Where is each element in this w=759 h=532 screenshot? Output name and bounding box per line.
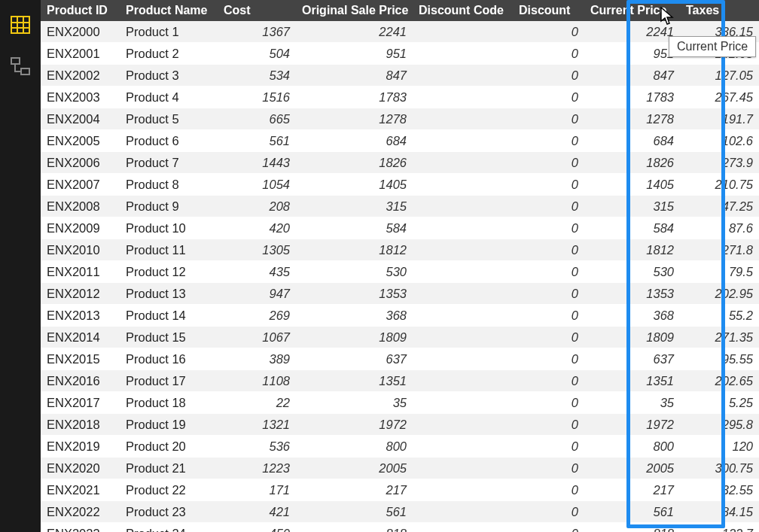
model-view-button[interactable]	[6, 53, 35, 81]
cell-cost[interactable]: 1054	[218, 174, 296, 196]
cell-taxes[interactable]: 120	[680, 436, 759, 458]
cell-cost[interactable]: 504	[218, 43, 296, 65]
cell-current-price[interactable]: 368	[584, 305, 680, 327]
cell-product-id[interactable]: ENX2012	[41, 283, 120, 305]
cell-product-name[interactable]: Product 7	[120, 152, 218, 174]
col-header-product-name[interactable]: Product Name	[120, 0, 218, 21]
cell-taxes[interactable]: 267.45	[680, 87, 759, 108]
cell-cost[interactable]: 536	[218, 436, 296, 458]
cell-discount-code[interactable]	[413, 327, 513, 348]
table-row[interactable]: ENX2004Product 5665127801278191.7	[41, 108, 759, 130]
cell-original-sale-price[interactable]: 818	[296, 523, 413, 533]
cell-current-price[interactable]: 1351	[584, 370, 680, 392]
cell-cost[interactable]: 450	[218, 523, 296, 533]
cell-product-name[interactable]: Product 13	[120, 283, 218, 305]
cell-product-id[interactable]: ENX2015	[41, 348, 120, 370]
cell-discount-code[interactable]	[413, 458, 513, 479]
cell-product-id[interactable]: ENX2021	[41, 479, 120, 501]
cell-product-id[interactable]: ENX2006	[41, 152, 120, 174]
cell-cost[interactable]: 421	[218, 501, 296, 523]
cell-taxes[interactable]: 32.55	[680, 479, 759, 501]
table-row[interactable]: ENX2000Product 11367224102241336.15	[41, 21, 759, 43]
cell-taxes[interactable]: 202.95	[680, 283, 759, 305]
cell-current-price[interactable]: 217	[584, 479, 680, 501]
table-row[interactable]: ENX2017Product 1822350355.25	[41, 392, 759, 414]
cell-original-sale-price[interactable]: 1809	[296, 327, 413, 348]
cell-current-price[interactable]: 530	[584, 261, 680, 283]
cell-product-id[interactable]: ENX2004	[41, 108, 120, 130]
cell-taxes[interactable]: 127.05	[680, 65, 759, 87]
cell-original-sale-price[interactable]: 637	[296, 348, 413, 370]
cell-cost[interactable]: 1108	[218, 370, 296, 392]
table-row[interactable]: ENX2014Product 151067180901809271.35	[41, 327, 759, 348]
cell-product-id[interactable]: ENX2013	[41, 305, 120, 327]
cell-product-name[interactable]: Product 11	[120, 239, 218, 261]
cell-product-name[interactable]: Product 19	[120, 414, 218, 436]
cell-current-price[interactable]: 2241	[584, 21, 680, 43]
cell-discount[interactable]: 0	[513, 370, 584, 392]
cell-cost[interactable]: 1305	[218, 239, 296, 261]
table-row[interactable]: ENX2006Product 71443182601826273.9	[41, 152, 759, 174]
table-row[interactable]: ENX2019Product 205368000800120	[41, 436, 759, 458]
table-row[interactable]: ENX2016Product 171108135101351202.65	[41, 370, 759, 392]
cell-taxes[interactable]: 273.9	[680, 152, 759, 174]
cell-cost[interactable]: 435	[218, 261, 296, 283]
cell-product-id[interactable]: ENX2000	[41, 21, 120, 43]
cell-product-id[interactable]: ENX2016	[41, 370, 120, 392]
cell-cost[interactable]: 534	[218, 65, 296, 87]
cell-product-name[interactable]: Product 20	[120, 436, 218, 458]
cell-product-id[interactable]: ENX2007	[41, 174, 120, 196]
data-view-button[interactable]	[6, 11, 35, 39]
cell-discount-code[interactable]	[413, 392, 513, 414]
cell-cost[interactable]: 420	[218, 217, 296, 239]
cell-discount-code[interactable]	[413, 436, 513, 458]
table-row[interactable]: ENX2013Product 14269368036855.2	[41, 305, 759, 327]
cell-product-name[interactable]: Product 17	[120, 370, 218, 392]
cell-discount-code[interactable]	[413, 196, 513, 217]
cell-product-name[interactable]: Product 2	[120, 43, 218, 65]
cell-taxes[interactable]: 47.25	[680, 196, 759, 217]
cell-taxes[interactable]: 295.8	[680, 414, 759, 436]
cell-current-price[interactable]: 1783	[584, 87, 680, 108]
cell-discount-code[interactable]	[413, 239, 513, 261]
col-header-current-price[interactable]: Current Price	[584, 0, 680, 21]
cell-discount[interactable]: 0	[513, 479, 584, 501]
cell-product-id[interactable]: ENX2023	[41, 523, 120, 533]
cell-product-name[interactable]: Product 12	[120, 261, 218, 283]
cell-current-price[interactable]: 315	[584, 196, 680, 217]
cell-taxes[interactable]: 202.65	[680, 370, 759, 392]
cell-product-id[interactable]: ENX2019	[41, 436, 120, 458]
table-row[interactable]: ENX2023Product 244508180818122.7	[41, 523, 759, 533]
table-row[interactable]: ENX2012Product 13947135301353202.95	[41, 283, 759, 305]
cell-cost[interactable]: 1067	[218, 327, 296, 348]
cell-discount-code[interactable]	[413, 370, 513, 392]
cell-original-sale-price[interactable]: 1405	[296, 174, 413, 196]
cell-cost[interactable]: 947	[218, 283, 296, 305]
cell-taxes[interactable]: 95.55	[680, 348, 759, 370]
cell-original-sale-price[interactable]: 530	[296, 261, 413, 283]
cell-current-price[interactable]: 637	[584, 348, 680, 370]
cell-product-id[interactable]: ENX2005	[41, 130, 120, 152]
cell-discount-code[interactable]	[413, 479, 513, 501]
cell-current-price[interactable]: 561	[584, 501, 680, 523]
cell-discount[interactable]: 0	[513, 65, 584, 87]
cell-original-sale-price[interactable]: 847	[296, 65, 413, 87]
cell-discount[interactable]: 0	[513, 130, 584, 152]
cell-discount[interactable]: 0	[513, 392, 584, 414]
cell-product-id[interactable]: ENX2010	[41, 239, 120, 261]
cell-discount[interactable]: 0	[513, 501, 584, 523]
cell-discount-code[interactable]	[413, 414, 513, 436]
cell-current-price[interactable]: 1353	[584, 283, 680, 305]
cell-current-price[interactable]: 684	[584, 130, 680, 152]
cell-cost[interactable]: 389	[218, 348, 296, 370]
table-row[interactable]: ENX2005Product 65616840684102.6	[41, 130, 759, 152]
cell-product-id[interactable]: ENX2017	[41, 392, 120, 414]
cell-discount[interactable]: 0	[513, 458, 584, 479]
cell-discount-code[interactable]	[413, 217, 513, 239]
cell-original-sale-price[interactable]: 684	[296, 130, 413, 152]
cell-product-id[interactable]: ENX2011	[41, 261, 120, 283]
cell-cost[interactable]: 1367	[218, 21, 296, 43]
cell-current-price[interactable]: 35	[584, 392, 680, 414]
cell-taxes[interactable]: 122.7	[680, 523, 759, 533]
cell-discount-code[interactable]	[413, 261, 513, 283]
